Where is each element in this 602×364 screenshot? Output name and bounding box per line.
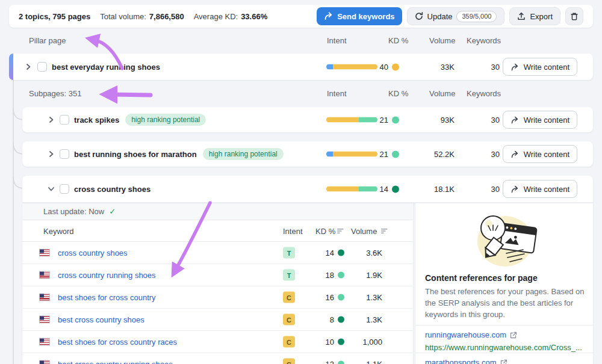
delete-button[interactable] [565,7,583,25]
topic-stats: 2 topics, 795 pages Total volume: 7,866,… [19,12,267,21]
row-checkbox[interactable] [37,62,47,72]
external-link-icon [500,359,507,364]
kd-cell: 21 [345,150,399,159]
trash-icon[interactable] [412,248,413,258]
us-flag-icon [39,316,50,324]
subpage-row-track-spikes[interactable]: track spikeshigh ranking potential 21 93… [22,107,593,132]
keyword-row: best cross country running shoes C 12 1.… [22,353,413,364]
subpage-row-marathon[interactable]: best running shoes for marathonhigh rank… [22,141,593,167]
column-header-keywords: Keywords [467,36,501,45]
keyword-row: best shoes for cross country races C 10 … [22,331,413,353]
trash-icon[interactable] [412,315,413,324]
trash-icon[interactable] [412,359,413,364]
arrow-to-subpages [111,94,150,95]
pillar-page-title[interactable]: best everyday running shoes [52,63,160,72]
keyword-link[interactable]: best cross country shoes [58,315,144,324]
references-description: The best references for your pages. Base… [425,286,586,320]
write-content-button[interactable]: Write content [503,58,577,76]
keyword-link[interactable]: best shoes for cross country races [58,338,177,347]
column-header-intent: Intent [327,36,347,45]
send-arrow-icon [324,12,333,20]
reference-domain-link[interactable]: runningwarehouse.com [425,330,517,339]
row-checkbox[interactable] [60,184,69,194]
sort-icon[interactable] [337,226,344,235]
keyword-strategy-builder-page: 2 topics, 795 pages Total volume: 7,866,… [0,0,602,364]
reference-url: https://www.runningwarehouse.com/Cross_.… [425,343,582,352]
us-flag-icon [39,294,50,301]
subpage-title[interactable]: track spikes [74,116,119,125]
export-button[interactable]: Export [509,7,560,25]
keyword-row: best shoes for cross country C 16 1.3K [22,286,413,309]
summary-toolbar: 2 topics, 795 pages Total volume: 7,866,… [9,5,593,28]
total-volume-value: 7,866,580 [149,12,184,21]
keywords-cell: 30 [458,150,500,159]
chevron-right-icon[interactable] [47,150,55,158]
write-content-arrow-icon [510,63,519,71]
toolbar-actions: Send keywords Update 359/5,000 Export [317,7,583,25]
reference-domain-link[interactable]: marathonsports.com [425,358,507,364]
subpage-title[interactable]: best running shoes for marathon [74,150,197,159]
ranking-potential-badge: high ranking potential [125,114,206,126]
send-keywords-button[interactable]: Send keywords [317,7,402,25]
volume-cell: 52.2K [412,150,455,159]
keyword-link[interactable]: best cross country running shoes [58,360,173,364]
pillar-page-row[interactable]: best everyday running shoes 40 33K 30 Wr… [9,54,593,80]
volume-cell: 1,000 [335,338,382,347]
keywords-cell: 30 [458,116,500,125]
topics-pages-count: 2 topics, 795 pages [19,12,90,21]
sort-icon[interactable] [381,226,388,235]
chevron-right-icon[interactable] [47,116,55,124]
volume-cell: 1.1K [335,360,382,364]
volume-cell: 1.9K [335,271,382,280]
header-intent: Intent [283,226,303,235]
header-keyword: Keyword [43,226,74,235]
refresh-icon [415,12,423,20]
content-references-panel: Content references for page The best ref… [415,203,593,364]
volume-cell: 3.6K [335,248,382,258]
chevron-right-icon[interactable] [24,63,33,71]
keyword-link[interactable]: cross country shoes [58,248,128,258]
kd-cell: 14 [345,185,399,194]
write-content-button[interactable]: Write content [503,180,577,198]
keywords-cell: 30 [458,63,500,72]
references-title: Content references for page [425,273,538,283]
keyword-link[interactable]: cross country running shoes [58,271,156,280]
volume-cell: 33K [412,63,455,72]
trash-icon[interactable] [412,337,413,347]
pillar-accent-bar [9,54,13,80]
lightbulb-pencil-illustration [468,210,543,271]
trash-icon[interactable] [412,270,413,280]
average-kd-label: Average KD: [194,12,238,21]
subpages-section-label: Subpages: 351 [29,89,81,98]
trash-icon[interactable] [412,292,413,302]
column-header-intent: Intent [327,89,347,98]
column-header-volume: Volume [429,89,455,98]
average-kd-value: 33.66% [241,12,267,21]
write-content-button[interactable]: Write content [503,111,577,129]
keyword-link[interactable]: best shoes for cross country [58,293,156,302]
volume-cell: 1.3K [335,315,382,324]
column-header-kd: KD % [388,36,408,45]
row-checkbox[interactable] [60,115,69,125]
kd-cell: 21 [345,116,399,125]
keyword-table-header: Keyword Intent KD % Volume [22,220,413,242]
row-checkbox[interactable] [60,149,69,159]
us-flag-icon [39,338,50,346]
column-header-volume: Volume [429,36,455,45]
keyword-row: cross country running shoes T 18 1.9K [22,264,413,286]
update-button[interactable]: Update 359/5,000 [407,7,505,25]
export-icon [517,12,526,20]
total-volume-label: Total volume: [100,12,146,21]
kd-cell: 40 [345,63,399,72]
chevron-down-icon[interactable] [47,185,55,193]
kd-dot [392,185,399,193]
subpage-row-cross-country[interactable]: cross country shoes 14 18.1K 30 Write co… [22,176,593,203]
subpage-title[interactable]: cross country shoes [74,185,150,194]
keyword-table: Last update: Now ✓ Keyword Intent KD % V… [22,203,413,364]
us-flag-icon [39,271,50,279]
last-update-bar: Last update: Now ✓ [22,203,413,220]
write-content-button[interactable]: Write content [503,145,577,163]
volume-cell: 1.3K [335,293,382,302]
volume-cell: 18.1K [412,185,455,194]
external-link-icon [510,332,517,339]
